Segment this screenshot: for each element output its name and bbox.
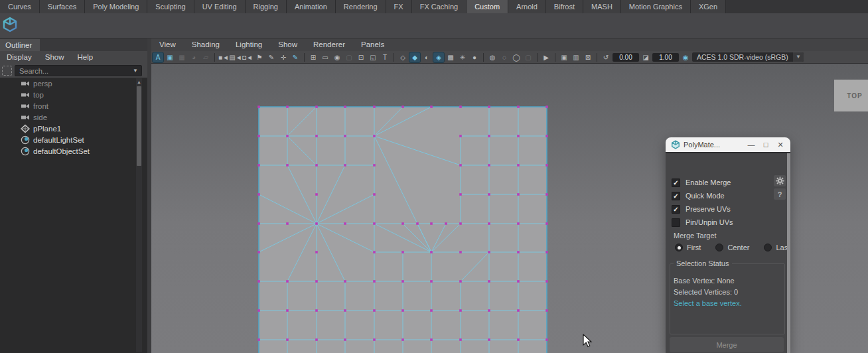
checkbox-checked-icon[interactable]: ✓ [672, 178, 680, 187]
shelf-tab-xgen[interactable]: XGen [691, 0, 726, 13]
camera-icon[interactable]: ■◄ [218, 52, 229, 62]
outliner-menu-display[interactable]: Display [0, 51, 38, 64]
smooth-wire-icon[interactable]: ▩ [445, 52, 456, 62]
exposure-icon[interactable]: ▢ [523, 52, 534, 62]
film-gate-icon[interactable]: ▭ [320, 52, 330, 62]
filter-icon[interactable] [2, 66, 12, 76]
checkbox-unchecked-icon[interactable] [672, 218, 680, 227]
minimize-button[interactable]: — [744, 137, 759, 152]
outliner-item-side[interactable]: side [0, 111, 147, 123]
shadows-icon[interactable]: ● [469, 52, 480, 62]
color-management-icon[interactable]: ◉ [680, 52, 691, 62]
safe-action-icon[interactable]: ◱ [368, 52, 378, 62]
checkbox-enable-merge[interactable]: ✓Enable Merge [672, 178, 731, 187]
merge-button[interactable]: Merge [670, 337, 784, 352]
shelf-tab-rigging[interactable]: Rigging [246, 0, 287, 13]
anti-alias-icon[interactable]: ◯ [511, 52, 522, 62]
camera-attrs-icon[interactable]: ◘◄ [242, 52, 253, 62]
shelf-tab-arnold[interactable]: Arnold [508, 0, 546, 13]
safe-title-icon[interactable]: T [380, 52, 390, 62]
colorspace-dropdown[interactable]: ACES 1.0 SDR-video (sRGB)▼ [692, 52, 804, 62]
shelf-tab-mash[interactable]: MASH [583, 0, 621, 13]
outliner-item-defaultObjectSet[interactable]: defaultObjectSet [0, 145, 147, 157]
shelf-tab-bifrost[interactable]: Bifrost [546, 0, 583, 13]
isolate-select-icon[interactable]: ▣ [559, 52, 569, 62]
checkbox-preserve-uvs[interactable]: ✓Preserve UVs [672, 204, 731, 214]
shelf-tab-uv-editing[interactable]: UV Editing [194, 0, 246, 13]
outliner-scrollbar[interactable]: ▲ [136, 78, 142, 352]
outliner-item-top[interactable]: top [0, 89, 147, 100]
outliner-menu-show[interactable]: Show [38, 51, 71, 64]
radio-icon[interactable] [715, 244, 723, 251]
maximize-button[interactable]: □ [759, 137, 773, 152]
viewport-menu-show[interactable]: Show [270, 38, 305, 51]
viewport-menu-renderer[interactable]: Renderer [305, 38, 353, 51]
shelf-tab-fx[interactable]: FX [386, 0, 412, 13]
shelf-tab-animation[interactable]: Animation [287, 0, 336, 13]
close-button[interactable]: ✕ [773, 137, 788, 152]
shelf-tab-motion-graphics[interactable]: Motion Graphics [621, 0, 691, 13]
outliner-item-persp[interactable]: persp [0, 78, 147, 89]
checkbox-pin-unpin-uvs[interactable]: Pin/Unpin UVs [672, 218, 733, 227]
select-mask-icon[interactable]: A [153, 52, 163, 62]
checkbox-quick-mode[interactable]: ✓Quick Mode [672, 191, 725, 200]
radio-selected-icon[interactable] [675, 244, 683, 251]
select-tool-icon[interactable]: ▶ [541, 52, 551, 62]
wireframe-on-shaded-icon[interactable]: ◈ [433, 52, 444, 62]
snap-move-icon[interactable]: ✛ [278, 52, 289, 62]
plane-toggle-icon[interactable]: ▱ [200, 52, 211, 62]
grid-toggle-icon[interactable]: ▦ [177, 52, 187, 62]
shelf-tab-poly-modeling[interactable]: Poly Modeling [85, 0, 147, 13]
viewport-menu-view[interactable]: View [151, 38, 184, 51]
refresh-icon[interactable]: ↺ [601, 52, 611, 62]
shelf-tab-fx-caching[interactable]: FX Caching [412, 0, 467, 13]
checkbox-checked-icon[interactable]: ✓ [672, 192, 680, 200]
window-scrollbar[interactable] [787, 153, 790, 353]
outliner-item-defaultLightSet[interactable]: defaultLightSet [0, 134, 147, 145]
frame-selection-icon[interactable]: ▣ [165, 52, 175, 62]
chevron-down-icon[interactable]: ▼ [133, 68, 141, 74]
resolution-gate-icon[interactable]: ◉ [332, 52, 342, 62]
isolate-add-icon[interactable]: ▥ [571, 52, 581, 62]
motion-blur-icon[interactable]: ◌ [499, 52, 510, 62]
viewport-menu-shading[interactable]: Shading [184, 38, 228, 51]
use-all-lights-icon[interactable]: ✳ [457, 52, 468, 62]
radio-last[interactable]: Last [764, 244, 790, 251]
polymate-titlebar[interactable]: PolyMate... — □ ✕ [666, 137, 790, 152]
gamma-field[interactable]: 1.00 [652, 53, 679, 62]
scroll-up-icon[interactable]: ▲ [136, 79, 142, 85]
shaded-icon[interactable]: ◆ [409, 52, 420, 62]
shelf-tab-curves[interactable]: Curves [0, 0, 40, 13]
radio-center[interactable]: Center [715, 244, 749, 251]
outliner-item-pPlane1[interactable]: pPlane1 [0, 123, 147, 134]
brush-icon[interactable]: ✎ [266, 52, 277, 62]
grid-icon[interactable]: ⊞ [308, 52, 319, 62]
shelf-tab-sculpting[interactable]: Sculpting [147, 0, 194, 13]
screen-space-ao-icon[interactable]: ◍ [487, 52, 498, 62]
bookmark-icon[interactable]: ⚑ [254, 52, 265, 62]
viewport-menu-panels[interactable]: Panels [353, 38, 392, 51]
search-input[interactable]: Search... ▼ [15, 65, 142, 76]
shelf-tab-rendering[interactable]: Rendering [336, 0, 386, 13]
outliner-tab[interactable]: Outliner [0, 39, 40, 52]
radio-icon[interactable] [764, 244, 772, 251]
shelf-tab-surfaces[interactable]: Surfaces [40, 0, 85, 13]
settings-button[interactable] [774, 175, 786, 186]
pencil-icon[interactable]: ✎ [290, 52, 301, 62]
outliner-item-front[interactable]: front [0, 100, 147, 111]
outliner-menu-help[interactable]: Help [71, 51, 100, 64]
radio-first[interactable]: First [675, 244, 701, 251]
camera-lock-icon[interactable]: ▤◄ [230, 52, 241, 62]
shelf-tab-custom[interactable]: Custom [467, 0, 508, 13]
shaded-toggle-icon[interactable]: ◕ [188, 52, 199, 62]
gate-mask-icon[interactable]: ▢ [344, 52, 354, 62]
gamma-icon[interactable]: ◪ [640, 52, 651, 62]
scrollbar-thumb[interactable] [137, 86, 141, 166]
polymate-cube-logo-icon[interactable] [3, 17, 17, 33]
wireframe-icon[interactable]: ◇ [398, 52, 408, 62]
help-button[interactable]: ? [774, 188, 786, 200]
checkbox-checked-icon[interactable]: ✓ [672, 205, 680, 214]
textured-icon[interactable]: ◐ [421, 52, 432, 62]
chevron-down-icon[interactable]: ▼ [793, 52, 804, 62]
viewport-menu-lighting[interactable]: Lighting [228, 38, 270, 51]
